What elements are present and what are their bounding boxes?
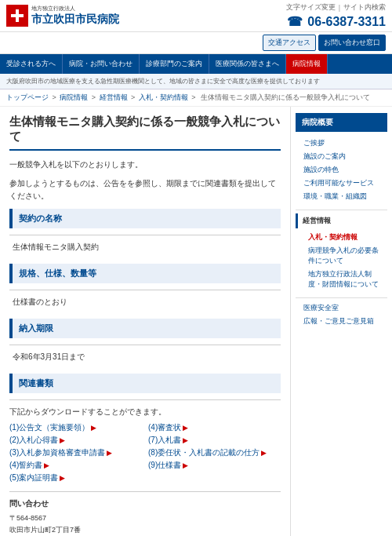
pdf-icon-7: ▶ [183,436,188,444]
sidebar-section-3: 医療安全室 広報・ご意見ご意見箱 [296,301,387,328]
main-nav: 受診される方へ 病院・お問い合わせ 診療部門のご案内 医療関係の皆さまへ 病院情… [0,54,392,74]
sidebar-divider-2 [296,297,387,298]
intro-text-2: 参加しようとするものは、公告をを参照し、期限までに関連書類を提出してください。 [9,177,281,202]
sidebar-section-management: 経営情報 入札・契約情報 病理競争入札の必要条件について 地方独立行政法人制度・… [296,213,387,291]
page-title: 生体情報モニタ購入契約に係る一般競争入札について [9,115,281,151]
sidebar-management-title: 経営情報 [296,213,387,228]
logo-area: 地方独立行政法人 市立吹田市民病院 [6,5,119,27]
nav-buttons-bar: 交通アクセス お問い合わせ窓口 [0,32,392,54]
pdf-icon-1: ▶ [91,424,96,432]
sub-header-text1: 大阪府吹田市の地域医療を支える急性期医療機関として、地域の皆さまに安全で高度な医… [6,77,320,86]
delivery-heading: 納入期限 [9,319,281,338]
specs-section: 規格、仕様、数量等 仕様書のとおり [9,264,281,308]
breadcrumb: トップページ > 病院情報 > 経営情報 > 入札・契約情報 > 生体情報モニタ… [0,89,392,107]
doc-link-7[interactable]: (7)入札書 ▶ [148,435,281,446]
sidebar-item-corporate-info[interactable]: 地方独立行政法人制度・財団情報について [296,268,387,291]
docs-grid: (1)公告文（実施要領） ▶ (4)審査状 ▶ (2)入札心得書 ▶ (7)入札… [9,422,281,483]
main-content: 生体情報モニタ購入契約に係る一般競争入札について 一般競争入札を以下のとおりしま… [0,107,290,536]
site-search-label: サイト内検索 [343,2,386,13]
pdf-icon-4b: ▶ [44,461,49,469]
divider-2 [9,290,281,290]
doc-link-4[interactable]: (4)審査状 ▶ [148,422,281,433]
inquiry-section: 問い合わせ 〒564-8567 吹田市片山町2丁目7番 地方独立行政法人 市立吹… [9,491,281,536]
sidebar-section-1: ご挨拶 施設のご案内 施設の特色 ご利用可能なサービス 環境・職業・組織図 [296,137,387,203]
phone-number: ☎ 06-6387-3311 [287,14,386,29]
pdf-icon-2: ▶ [60,436,65,444]
pdf-icon-4: ▶ [183,424,188,432]
specs-heading: 規格、仕様、数量等 [9,264,281,283]
delivery-section: 納入期限 令和6年3月31日まで [9,319,281,363]
sidebar-item-bid[interactable]: 入札・契約情報 [296,231,387,244]
access-button[interactable]: 交通アクセス [263,35,316,51]
doc-link-3[interactable]: (3)入札参加資格審査申請書 ▶ [9,447,142,458]
contract-name-heading: 契約の名称 [9,209,281,228]
sub-header: 大阪府吹田市の地域医療を支える急性期医療機関として、地域の皆さまに安全で高度な医… [0,74,392,89]
top-bar: 地方独立行政法人 市立吹田市民病院 文字サイズ変更 | サイト内検索 ☎ 06-… [0,0,392,32]
sidebar-item-safety[interactable]: 医療安全室 [296,301,387,315]
breadcrumb-current: 生体情報モニタ購入契約に係る一般競争入札について [201,93,370,101]
divider-1 [9,235,281,235]
pdf-icon-8: ▶ [261,449,267,457]
sidebar-item-facilities[interactable]: 施設のご案内 [296,150,387,163]
top-bar-right: 文字サイズ変更 | サイト内検索 ☎ 06-6387-3311 [286,2,386,29]
nav-hospital-info[interactable]: 病院情報 [286,54,328,74]
contract-name-content: 生体情報モニタ購入契約 [9,242,281,253]
delivery-content: 令和6年3月31日まで [9,352,281,363]
nav-medical[interactable]: 医療関係の皆さまへ [209,54,286,74]
nav-departments[interactable]: 診療部門のご案内 [140,54,209,74]
contract-name-section: 契約の名称 生体情報モニタ購入契約 [9,209,281,253]
doc-link-9[interactable]: (9)仕様書 ▶ [148,460,281,471]
doc-link-2[interactable]: (2)入札心得書 ▶ [9,435,142,446]
pdf-icon-5: ▶ [60,474,65,482]
inquiry-button[interactable]: お問い合わせ窓口 [318,35,386,51]
sidebar-item-features[interactable]: 施設の特色 [296,163,387,177]
breadcrumb-bid-info[interactable]: 入札・契約情報 [139,93,188,101]
inquiry-title: 問い合わせ [9,498,281,509]
hospital-logo-icon [6,5,28,27]
related-docs-desc: 下記からダウンロードすることができます。 [9,407,281,417]
specs-content: 仕様書のとおり [9,297,281,308]
sidebar-item-bid-conditions[interactable]: 病理競争入札の必要条件について [296,244,387,268]
breadcrumb-top[interactable]: トップページ [6,93,49,101]
logo-text: 地方独立行政法人 市立吹田市民病院 [31,5,119,26]
font-size-label: 文字サイズ変更 [286,2,336,13]
nav-welcome[interactable]: 受診される方へ [0,54,63,74]
divider-4 [9,399,281,400]
tel-icon: ☎ [287,15,303,28]
sidebar-item-org[interactable]: 環境・職業・組織図 [296,190,387,203]
sidebar-item-services[interactable]: ご利用可能なサービス [296,177,387,190]
pdf-icon-3: ▶ [107,449,112,457]
sidebar-item-greeting[interactable]: ご挨拶 [296,137,387,150]
inquiry-text: 〒564-8567 吹田市片山町2丁目7番 地方独立行政法人 市立吹田市民病院 … [9,512,281,536]
nav-about[interactable]: 病院・お問い合わせ [63,54,140,74]
related-docs-heading: 関連書類 [9,374,281,393]
doc-link-8[interactable]: (8)委任状・入札書の記載の仕方 ▶ [148,447,281,458]
sidebar-title: 病院概要 [296,113,387,132]
sidebar-divider-1 [296,210,387,210]
related-docs-section: 関連書類 下記からダウンロードすることができます。 (1)公告文（実施要領） ▶… [9,374,281,483]
main-layout: 生体情報モニタ購入契約に係る一般競争入札について 一般競争入札を以下のとおりしま… [0,107,392,536]
sidebar-item-pr[interactable]: 広報・ご意見ご意見箱 [296,315,387,328]
intro-text-1: 一般競争入札を以下のとおりします。 [9,159,281,171]
svg-rect-1 [11,14,24,17]
utility-links: 文字サイズ変更 | サイト内検索 [286,2,386,13]
doc-link-5[interactable]: (5)案内証明書 ▶ [9,472,142,483]
divider-3 [9,345,281,345]
pdf-icon-9: ▶ [183,461,188,469]
sidebar: 病院概要 ご挨拶 施設のご案内 施設の特色 ご利用可能なサービス 環境・職業・組… [290,107,392,536]
doc-link-4b[interactable]: (4)誓約書 ▶ [9,460,142,471]
breadcrumb-management[interactable]: 経営情報 [100,93,128,101]
doc-link-1[interactable]: (1)公告文（実施要領） ▶ [9,422,142,433]
breadcrumb-hospital-info[interactable]: 病院情報 [60,93,88,101]
